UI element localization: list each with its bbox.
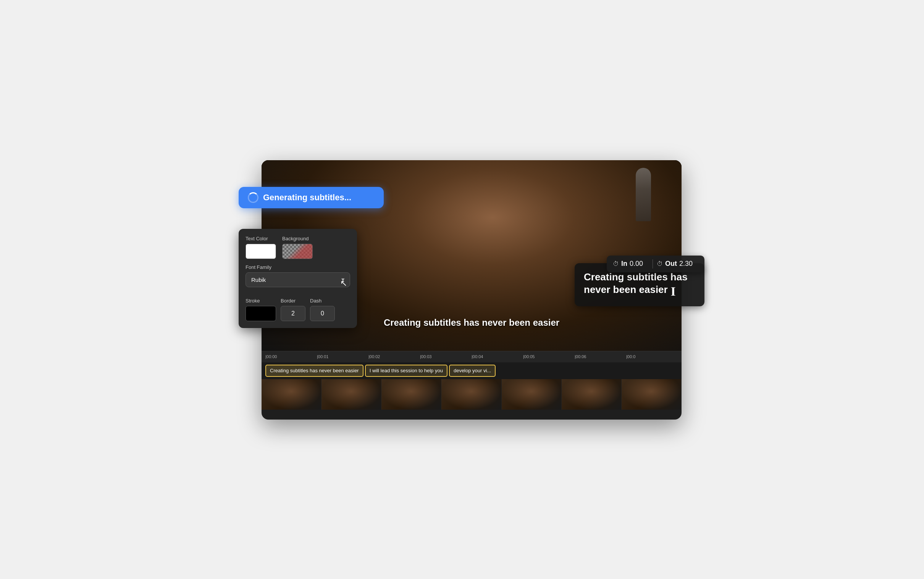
thumb-3 bbox=[381, 379, 441, 410]
thumb-6 bbox=[562, 379, 622, 410]
scene: Creating subtitles has never been easier… bbox=[231, 145, 693, 434]
stroke-col: Stroke bbox=[246, 298, 276, 321]
color-row: Text Color Background bbox=[246, 236, 350, 259]
stroke-label: Stroke bbox=[246, 298, 276, 304]
thumb-1 bbox=[261, 379, 322, 410]
ruler-mark-7: |00:0 bbox=[626, 354, 678, 359]
border-label: Border bbox=[281, 298, 305, 304]
out-label: Out bbox=[665, 260, 677, 268]
text-color-col: Text Color bbox=[246, 236, 276, 259]
timeline-ruler: |00:00 |00:01 |00:02 |00:03 |00:04 |00:0… bbox=[261, 351, 681, 362]
subtitle-chip-1[interactable]: Creating subtitles has never been easier bbox=[265, 365, 363, 377]
ruler-mark-3: |00:03 bbox=[420, 354, 471, 359]
font-family-col: Font Family Rubik Arial Helvetica Georgi… bbox=[246, 264, 350, 293]
thumb-5 bbox=[502, 379, 562, 410]
subtitle-track: Creating subtitles has never been easier… bbox=[261, 362, 681, 379]
in-label: In bbox=[621, 260, 627, 268]
loading-spinner bbox=[248, 192, 258, 203]
ruler-mark-1: |00:01 bbox=[317, 354, 368, 359]
tc-divider bbox=[653, 259, 653, 268]
dash-col: Dash 0 bbox=[310, 298, 335, 321]
subtitle-chip-3[interactable]: develop your vi... bbox=[449, 365, 496, 377]
ruler-mark-4: |00:04 bbox=[471, 354, 523, 359]
background-col: Background bbox=[282, 236, 313, 259]
font-select-wrap: Rubik Arial Helvetica Georgia ▼ ↖ bbox=[246, 272, 350, 287]
thumbnail-strip bbox=[261, 379, 681, 410]
timecode-overlay: ⏱ In 0.00 ⏱ Out 2.30 bbox=[607, 255, 704, 272]
mic-visual bbox=[636, 168, 651, 221]
stroke-row: Stroke Border 2 Dash 0 bbox=[246, 298, 350, 321]
font-family-select[interactable]: Rubik Arial Helvetica Georgia bbox=[246, 272, 350, 287]
subtitle-chip-2[interactable]: I will lead this session to help you bbox=[365, 365, 448, 377]
style-panel: Text Color Background Font Family Rubik … bbox=[239, 229, 357, 328]
out-value: 2.30 bbox=[679, 260, 698, 268]
ruler-mark-2: |00:02 bbox=[368, 354, 420, 359]
text-color-label: Text Color bbox=[246, 236, 276, 241]
out-timecode: ⏱ Out 2.30 bbox=[657, 260, 698, 268]
thumb-4 bbox=[441, 379, 501, 410]
in-value: 0.00 bbox=[630, 260, 649, 268]
background-label: Background bbox=[282, 236, 313, 241]
video-subtitle-text: Creating subtitles has never been easier bbox=[384, 317, 560, 328]
timer-in-icon: ⏱ bbox=[613, 260, 619, 267]
dash-label: Dash bbox=[310, 298, 335, 304]
ruler-mark-0: |00:00 bbox=[265, 354, 317, 359]
generating-badge: Generating subtitles... bbox=[239, 187, 384, 208]
thumb-2 bbox=[322, 379, 381, 410]
generating-text: Generating subtitles... bbox=[263, 193, 351, 203]
in-timecode: ⏱ In 0.00 bbox=[613, 260, 649, 268]
ruler-mark-5: |00:05 bbox=[523, 354, 574, 359]
text-color-swatch[interactable] bbox=[246, 244, 276, 259]
border-col: Border 2 bbox=[281, 298, 305, 321]
text-cursor-icon: 𝐈 bbox=[671, 285, 673, 299]
border-input[interactable]: 2 bbox=[281, 306, 305, 321]
font-family-label: Font Family bbox=[246, 264, 350, 270]
thumb-7 bbox=[622, 379, 681, 410]
dash-input[interactable]: 0 bbox=[310, 306, 335, 321]
background-swatch[interactable] bbox=[282, 244, 313, 259]
stroke-swatch[interactable] bbox=[246, 306, 276, 321]
timer-out-icon: ⏱ bbox=[657, 260, 663, 267]
ruler-mark-6: |00:06 bbox=[574, 354, 626, 359]
